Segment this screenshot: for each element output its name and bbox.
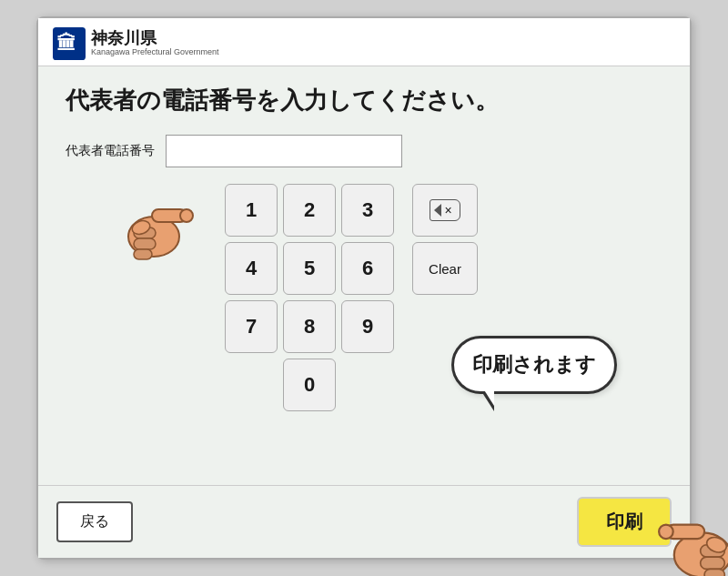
input-label: 代表者電話番号 bbox=[66, 143, 155, 159]
svg-text:🏛: 🏛 bbox=[56, 32, 76, 55]
main-content: 代表者の電話番号を入力してください。 代表者電話番号 bbox=[38, 66, 690, 485]
input-row: 代表者電話番号 bbox=[66, 135, 662, 167]
phone-input[interactable] bbox=[166, 135, 402, 167]
hand-left-container bbox=[120, 184, 202, 269]
key-5[interactable]: 5 bbox=[283, 242, 336, 295]
key-9[interactable]: 9 bbox=[341, 300, 394, 353]
key-1[interactable]: 1 bbox=[225, 184, 278, 237]
hand-right-icon bbox=[649, 501, 728, 576]
footer: 戻る 印刷 bbox=[38, 485, 690, 558]
svg-rect-6 bbox=[134, 238, 156, 249]
logo-main-text: 神奈川県 bbox=[91, 30, 219, 48]
key-2[interactable]: 2 bbox=[283, 184, 336, 237]
backspace-x-label: × bbox=[444, 203, 451, 217]
page-title: 代表者の電話番号を入力してください。 bbox=[66, 85, 662, 116]
back-button[interactable]: 戻る bbox=[56, 501, 133, 542]
logo-sub-text: Kanagawa Prefectural Government bbox=[91, 48, 219, 57]
svg-point-11 bbox=[659, 525, 673, 540]
backspace-symbol: × bbox=[430, 199, 460, 221]
keypad-grid: 1 2 3 4 5 6 7 8 9 0 bbox=[225, 184, 394, 411]
svg-rect-13 bbox=[701, 557, 725, 569]
key-3[interactable]: 3 bbox=[341, 184, 394, 237]
main-window: 🏛 神奈川県 Kanagawa Prefectural Government 代… bbox=[36, 16, 692, 560]
backspace-button[interactable]: × bbox=[412, 184, 478, 237]
header: 🏛 神奈川県 Kanagawa Prefectural Government bbox=[38, 18, 690, 66]
logo-text: 神奈川県 Kanagawa Prefectural Government bbox=[91, 30, 219, 57]
svg-rect-7 bbox=[134, 249, 152, 259]
key-4[interactable]: 4 bbox=[225, 242, 278, 295]
print-area: 印刷 bbox=[577, 497, 672, 547]
speech-bubble-text: 印刷されます bbox=[472, 353, 596, 376]
clear-label: Clear bbox=[429, 261, 461, 277]
key-7[interactable]: 7 bbox=[225, 300, 278, 353]
key-0[interactable]: 0 bbox=[283, 359, 336, 411]
side-keys: × Clear bbox=[412, 184, 478, 295]
logo: 🏛 神奈川県 Kanagawa Prefectural Government bbox=[53, 27, 219, 60]
svg-point-4 bbox=[180, 209, 193, 222]
svg-rect-14 bbox=[704, 569, 724, 576]
key-8[interactable]: 8 bbox=[283, 300, 336, 353]
speech-bubble: 印刷されます bbox=[451, 336, 617, 394]
key-6[interactable]: 6 bbox=[341, 242, 394, 295]
clear-button[interactable]: Clear bbox=[412, 242, 478, 295]
prefectural-logo-icon: 🏛 bbox=[53, 27, 86, 60]
hand-left-icon bbox=[120, 184, 202, 266]
